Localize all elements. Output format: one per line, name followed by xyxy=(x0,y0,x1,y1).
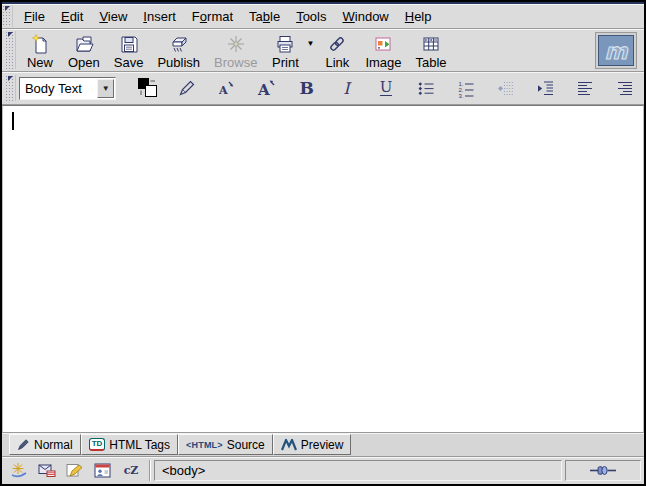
italic-button[interactable]: I xyxy=(330,75,363,102)
align-left-button[interactable] xyxy=(569,75,602,102)
save-button[interactable]: Save xyxy=(107,30,151,70)
tab-label: HTML Tags xyxy=(109,438,170,452)
menu-label: nsert xyxy=(147,9,176,24)
throbber-frame: m xyxy=(595,32,637,69)
menu-label: F xyxy=(192,9,200,24)
mail-icon xyxy=(38,463,56,478)
new-button[interactable]: New xyxy=(19,30,61,70)
menu-table[interactable]: Table xyxy=(241,5,288,28)
print-icon xyxy=(274,32,296,55)
text-color-picker[interactable] xyxy=(131,75,164,102)
composer-window: File Edit View Insert Format Table Tools… xyxy=(0,0,646,486)
link-button[interactable]: Link xyxy=(316,30,358,70)
menu-tools[interactable]: Tools xyxy=(288,5,334,28)
table-icon xyxy=(420,32,442,55)
menu-label: E xyxy=(61,9,70,24)
text-caret xyxy=(12,112,14,130)
outdent-button xyxy=(489,75,522,102)
menu-edit[interactable]: Edit xyxy=(53,5,91,28)
format-toolbar-grippy[interactable] xyxy=(6,75,16,101)
normal-pen-icon xyxy=(17,438,30,451)
composer-pen-icon xyxy=(66,463,84,478)
underline-button[interactable]: U xyxy=(370,75,403,102)
save-floppy-icon xyxy=(118,32,140,55)
menu-label: ools xyxy=(303,9,327,24)
html-source-icon: <HTML> xyxy=(186,440,223,450)
preview-icon xyxy=(281,439,297,451)
main-toolbar-grippy[interactable] xyxy=(6,31,16,69)
svg-text:3.: 3. xyxy=(458,93,463,98)
format-toolbar: Body Text ▼ A xyxy=(2,72,644,105)
table-button[interactable]: Table xyxy=(409,30,454,70)
menu-label: H xyxy=(405,9,414,24)
increase-font-size-button[interactable]: A xyxy=(251,75,284,102)
menu-label: elp xyxy=(414,9,431,24)
menu-view[interactable]: View xyxy=(91,5,135,28)
toolbar-button-label: Save xyxy=(114,55,144,70)
menu-label: b xyxy=(263,9,270,24)
menu-label: le xyxy=(270,9,280,24)
menu-label: F xyxy=(24,9,32,24)
browse-icon xyxy=(225,32,247,55)
menu-label: W xyxy=(343,9,355,24)
menu-label: Ta xyxy=(249,9,263,24)
mail-launcher[interactable] xyxy=(33,460,61,482)
menu-help[interactable]: Help xyxy=(397,5,440,28)
addressbook-icon xyxy=(94,463,112,478)
paragraph-style-select[interactable]: Body Text ▼ xyxy=(19,77,116,100)
highlight-color-button[interactable] xyxy=(171,75,204,102)
publish-icon xyxy=(168,32,190,55)
online-status-panel[interactable] xyxy=(565,460,641,481)
numbered-list-button[interactable]: 1.2.3. xyxy=(449,75,482,102)
menu-label: rmat xyxy=(207,9,233,24)
open-button[interactable]: Open xyxy=(61,30,107,70)
indent-button[interactable] xyxy=(529,75,562,102)
bold-button[interactable]: B xyxy=(290,75,323,102)
mozilla-throbber[interactable]: m xyxy=(598,35,634,66)
bold-icon: B xyxy=(299,78,313,98)
color-well-icon xyxy=(137,77,159,99)
image-button[interactable]: Image xyxy=(358,30,408,70)
menu-label: V xyxy=(99,9,107,24)
addressbook-launcher[interactable] xyxy=(89,460,117,482)
decrease-indent-icon xyxy=(495,78,515,98)
paragraph-style-value: Body Text xyxy=(25,81,82,96)
menu-label: iew xyxy=(108,9,128,24)
tab-preview[interactable]: Preview xyxy=(273,434,352,455)
chatzilla-launcher[interactable]: cZ xyxy=(117,460,145,482)
menu-label: dit xyxy=(70,9,84,24)
tab-normal[interactable]: Normal xyxy=(9,434,81,455)
align-right-button[interactable] xyxy=(608,75,641,102)
toolbar-button-label: Publish xyxy=(157,55,200,70)
tab-label: Preview xyxy=(301,438,344,452)
bullet-list-button[interactable] xyxy=(410,75,443,102)
menu-insert[interactable]: Insert xyxy=(135,5,184,28)
align-left-icon xyxy=(575,78,595,98)
align-right-icon xyxy=(615,78,635,98)
tab-html-tags[interactable]: TD HTML Tags xyxy=(81,434,178,455)
menu-window[interactable]: Window xyxy=(335,5,397,28)
tab-label: Normal xyxy=(34,438,73,452)
menubar-grippy[interactable] xyxy=(3,5,13,27)
structure-bar[interactable]: <body> xyxy=(154,460,562,481)
tag-breadcrumb[interactable]: <body> xyxy=(162,463,205,478)
tab-source[interactable]: <HTML> Source xyxy=(178,434,273,455)
underline-icon: U xyxy=(380,80,393,97)
image-icon xyxy=(372,32,394,55)
toolbar-button-label: Table xyxy=(416,55,447,70)
bullet-list-icon xyxy=(416,78,436,98)
toolbar-button-label: Image xyxy=(365,55,401,70)
td-tag-icon: TD xyxy=(89,438,106,451)
menu-file[interactable]: File xyxy=(16,5,53,28)
italic-icon: I xyxy=(343,79,349,98)
publish-button[interactable]: Publish xyxy=(150,30,207,70)
print-dropdown-arrow[interactable]: ▼ xyxy=(306,39,314,48)
editor-canvas[interactable] xyxy=(2,105,644,432)
svg-text:m: m xyxy=(605,39,629,64)
composer-launcher[interactable] xyxy=(61,460,89,482)
decrease-font-size-button[interactable]: A xyxy=(211,75,244,102)
menu-format[interactable]: Format xyxy=(184,5,241,28)
navigator-launcher[interactable] xyxy=(5,460,33,482)
combo-dropdown-arrow-icon[interactable]: ▼ xyxy=(97,79,114,98)
print-button[interactable]: Print xyxy=(264,30,306,70)
